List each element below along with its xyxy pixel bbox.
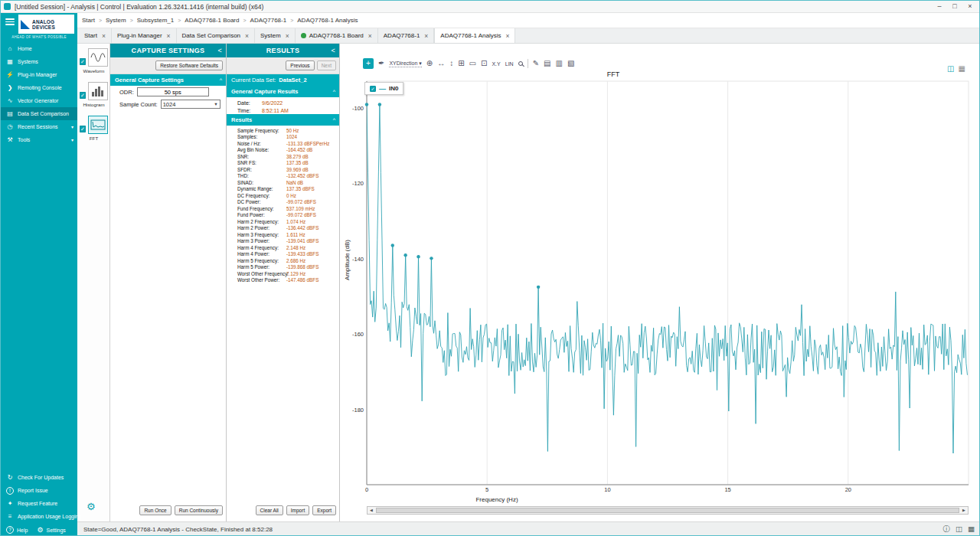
- breadcrumb-item-system[interactable]: System: [106, 17, 126, 24]
- scrollbar-thumb[interactable]: [376, 508, 959, 513]
- close-icon[interactable]: ×: [167, 32, 171, 40]
- tab-plug-in-manager[interactable]: Plug-in Manager×: [112, 28, 177, 43]
- import-button[interactable]: Import: [286, 505, 309, 515]
- date-value: 9/6/2022: [262, 100, 283, 106]
- sidebar-item-check-for-updates[interactable]: ↻Check For Updates: [1, 471, 77, 484]
- legend-checkbox[interactable]: ✓: [370, 86, 376, 92]
- result-row-fund-frequency: Fund Frequency:537.109 mHz: [227, 205, 339, 212]
- sidebar-item-request-feature[interactable]: ✦Request Feature: [1, 497, 77, 510]
- svg-text:15: 15: [724, 486, 730, 493]
- close-icon[interactable]: ×: [286, 32, 289, 40]
- info-icon[interactable]: ⓘ: [943, 525, 951, 534]
- sidebar-item-home[interactable]: ⌂Home: [1, 42, 77, 55]
- chevron-up-icon[interactable]: ^: [333, 117, 335, 123]
- sidebar-item-systems[interactable]: ▦Systems: [1, 55, 77, 68]
- tab-adaq7768-1-analysis[interactable]: ADAQ7768-1 Analysis×: [434, 28, 515, 43]
- results-section[interactable]: Results ^: [227, 114, 339, 126]
- waveform-view-group: ✓ Waveform: [77, 48, 109, 77]
- waveform-view-button[interactable]: [88, 48, 108, 67]
- restore-defaults-button[interactable]: Restore Software Defaults: [155, 60, 223, 70]
- close-button[interactable]: ×: [962, 1, 978, 12]
- tab-data-set-comparison[interactable]: Data Set Comparison×: [177, 28, 255, 43]
- sidebar-item-tools[interactable]: ⚒Tools▾: [1, 133, 77, 146]
- breadcrumb-item-adaq7768-1-analysis[interactable]: ADAQ7768-1 Analysis: [297, 17, 358, 24]
- fft-checkbox[interactable]: ✓: [80, 126, 86, 132]
- tab-adaq7768-1-board[interactable]: ADAQ7768-1 Board×: [296, 28, 378, 43]
- tab-system[interactable]: System×: [255, 28, 296, 43]
- sidebar-item-report-issue[interactable]: !Report Issue: [1, 484, 77, 497]
- ace-application-window: [Untitled Session] - Analysis | Control …: [0, 0, 980, 536]
- status-text: State=Good, ADAQ7768-1 Analysis - CheckS…: [83, 526, 273, 533]
- tab-start[interactable]: Start×: [79, 28, 112, 43]
- chevron-up-icon[interactable]: ^: [220, 77, 222, 83]
- clear-all-button[interactable]: Clear All: [256, 505, 283, 515]
- close-icon[interactable]: ×: [368, 32, 372, 40]
- close-icon[interactable]: ×: [505, 32, 509, 40]
- report-issue-icon: !: [6, 487, 14, 495]
- odr-input[interactable]: [137, 87, 209, 96]
- svg-text:0: 0: [365, 486, 368, 493]
- grid-icon[interactable]: ▦: [968, 525, 975, 534]
- tab-adaq7768-1[interactable]: ADAQ7768-1×: [378, 28, 435, 43]
- legend-line-sample: —: [379, 85, 386, 93]
- maximize-button[interactable]: □: [947, 1, 962, 12]
- scroll-right-arrow-icon[interactable]: ▶: [960, 507, 968, 514]
- result-row-worst-other-frequency: Worst Other Frequency:7.129 Hz: [227, 270, 339, 277]
- sidebar-item-plug-in-manager[interactable]: ⚡Plug-in Manager: [1, 68, 77, 81]
- capture-settings-header: CAPTURE SETTINGS <: [110, 44, 226, 57]
- svg-text:5: 5: [485, 486, 488, 493]
- previous-button[interactable]: Previous: [286, 60, 314, 70]
- sidebar-item-application-usage-logging[interactable]: ≡Application Usage Logging: [1, 510, 77, 523]
- result-row-sinad: SINAD:NaN dB: [227, 179, 339, 186]
- result-row-harm-3-power: Harm 3 Power:-139.041 dBFS: [227, 238, 339, 245]
- vector-icon: ∿: [6, 97, 14, 104]
- sidebar-item-vector-generator[interactable]: ∿Vector Generator: [1, 94, 77, 107]
- chevron-down-icon: ▾: [71, 124, 74, 129]
- histogram-view-button[interactable]: [88, 82, 108, 100]
- breadcrumb-item-start[interactable]: Start: [82, 17, 95, 24]
- sidebar-item-recent-sessions[interactable]: ◷Recent Sessions▾: [1, 120, 77, 133]
- close-icon[interactable]: ×: [102, 32, 106, 40]
- plugin-settings-gear-icon[interactable]: ⚙: [87, 501, 96, 512]
- next-button[interactable]: Next: [317, 60, 336, 70]
- export-button[interactable]: Export: [312, 505, 336, 515]
- sample-count-select[interactable]: 1024 ▼: [161, 100, 220, 109]
- breadcrumb-item-adaq7768-1[interactable]: ADAQ7768-1: [250, 17, 287, 24]
- fft-view-button[interactable]: [88, 116, 108, 134]
- panel-layout-icon[interactable]: ◫: [956, 525, 962, 534]
- histogram-checkbox[interactable]: ✓: [80, 92, 86, 99]
- breadcrumb: Start>System>Subsystem_1>ADAQ7768-1 Boar…: [77, 13, 980, 28]
- result-row-samples: Samples:1024: [227, 134, 339, 141]
- sidebar-item-data-set-comparison[interactable]: ▤Data Set Comparison: [1, 107, 77, 120]
- fft-plot[interactable]: -100-120-140-160-18005101520: [340, 44, 980, 521]
- collapse-panel-icon[interactable]: <: [217, 47, 222, 54]
- sidebar-item-remoting-console[interactable]: ❯Remoting Console: [1, 81, 77, 94]
- chart-horizontal-scrollbar[interactable]: ◀ ▶: [367, 506, 969, 515]
- close-icon[interactable]: ×: [245, 32, 249, 40]
- hamburger-menu-icon[interactable]: [5, 18, 15, 26]
- analog-devices-logo[interactable]: ANALOG DEVICES: [18, 15, 74, 34]
- general-capture-settings-section[interactable]: General Capture Settings ^: [110, 74, 226, 86]
- result-row-snr: SNR:38.279 dB: [227, 153, 339, 160]
- sidebar-item-settings[interactable]: ⚙ Settings: [37, 526, 65, 534]
- close-icon[interactable]: ×: [424, 32, 428, 40]
- minimize-button[interactable]: –: [932, 1, 947, 12]
- svg-text:-180: -180: [352, 407, 364, 413]
- svg-text:-160: -160: [352, 331, 364, 338]
- status-dot-icon: [301, 33, 306, 38]
- run-once-button[interactable]: Run Once: [139, 505, 171, 515]
- breadcrumb-item-subsystem-1[interactable]: Subsystem_1: [137, 17, 174, 24]
- result-row-harm-5-frequency: Harm 5 Frequency:2.686 Hz: [227, 257, 339, 264]
- status-bar: State=Good, ADAQ7768-1 Analysis - CheckS…: [77, 521, 980, 536]
- run-continuously-button[interactable]: Run Continuously: [175, 505, 223, 515]
- breadcrumb-item-adaq7768-1-board[interactable]: ADAQ7768-1 Board: [185, 17, 239, 24]
- collapse-panel-icon[interactable]: <: [331, 47, 335, 54]
- result-row-harm-4-power: Harm 4 Power:-139.433 dBFS: [227, 251, 339, 258]
- chevron-up-icon[interactable]: ^: [333, 89, 335, 94]
- waveform-checkbox[interactable]: ✓: [80, 58, 86, 65]
- scroll-left-arrow-icon[interactable]: ◀: [368, 507, 375, 514]
- sidebar-item-help[interactable]: ? Help: [6, 526, 28, 534]
- svg-text:20: 20: [845, 486, 851, 493]
- general-capture-results-section[interactable]: General Capture Results ^: [227, 86, 339, 97]
- systems-icon: ▦: [6, 58, 14, 65]
